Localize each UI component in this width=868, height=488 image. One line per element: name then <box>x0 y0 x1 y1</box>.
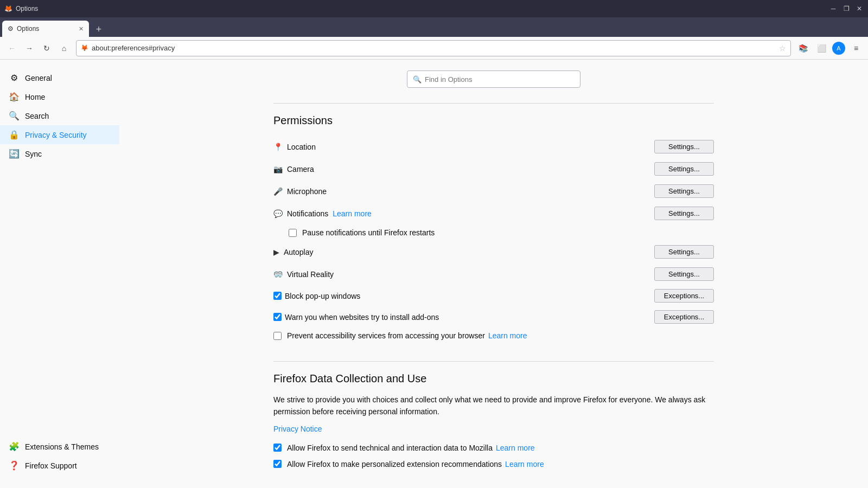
privacy-icon: 🔒 <box>9 130 20 140</box>
window-controls[interactable]: ─ ❐ ✕ <box>829 4 864 13</box>
toolbar-right: 📚 ⬜ A ≡ <box>795 41 864 56</box>
notifications-text: Notifications <box>287 209 328 218</box>
back-button[interactable]: ← <box>4 41 20 56</box>
pause-notifications-checkbox[interactable] <box>289 229 297 237</box>
sidebar-bottom-nav: 🧩 Extensions & Themes ❓ Firefox Support <box>0 437 119 479</box>
warn-addons-row: Warn you when websites try to install ad… <box>273 306 714 328</box>
warn-addons-inner: Warn you when websites try to install ad… <box>273 310 714 324</box>
sidebar: ⚙ General 🏠 Home 🔍 Search 🔒 Privacy & Se… <box>0 60 119 488</box>
notifications-icon: 💬 <box>273 209 283 218</box>
support-icon: ❓ <box>9 460 20 471</box>
privacy-notice-link[interactable]: Privacy Notice <box>273 425 714 433</box>
microphone-icon: 🎤 <box>273 187 283 196</box>
page-icon: 🦊 <box>81 44 88 52</box>
sidebar-item-home[interactable]: 🏠 Home <box>0 87 119 106</box>
sidebar-item-extensions[interactable]: 🧩 Extensions & Themes <box>0 437 119 456</box>
content-inner: Permissions 📍 Location Settings... 📷 Cam… <box>260 103 727 472</box>
general-icon: ⚙ <box>9 73 20 83</box>
extension-recommendations-label: Allow Firefox to make personalized exten… <box>287 460 714 468</box>
block-popups-exceptions-button[interactable]: Exceptions... <box>654 289 714 303</box>
address-bar[interactable] <box>92 44 776 52</box>
find-in-options-input[interactable] <box>425 75 575 84</box>
sidebar-item-sync-label: Sync <box>25 150 42 158</box>
notifications-row: 💬 Notifications Learn more Settings... <box>273 202 714 224</box>
address-bar-wrap[interactable]: 🦊 ☆ <box>76 40 791 56</box>
accessibility-label-text: Prevent accessibility services from acce… <box>287 331 485 340</box>
block-popups-inner: Block pop-up windows Exceptions... <box>273 289 714 303</box>
permissions-title: Permissions <box>273 114 714 127</box>
sidebar-item-search[interactable]: 🔍 Search <box>0 106 119 125</box>
title-bar-text: Options <box>12 5 829 12</box>
tab-close-button[interactable]: ✕ <box>79 25 84 33</box>
sidebar-item-privacy[interactable]: 🔒 Privacy & Security <box>0 125 119 144</box>
extension-recommendations-learn-more-link[interactable]: Learn more <box>505 460 544 468</box>
minimize-button[interactable]: ─ <box>829 4 838 13</box>
nav-bar: ← → ↻ ⌂ 🦊 ☆ 📚 ⬜ A ≡ <box>0 37 868 60</box>
sidebar-item-sync[interactable]: 🔄 Sync <box>0 144 119 163</box>
find-search-icon: 🔍 <box>413 75 422 84</box>
block-popups-checkbox[interactable] <box>273 292 282 300</box>
location-icon: 📍 <box>273 143 283 151</box>
tab-bar: ⚙ Options ✕ + <box>0 17 868 37</box>
pause-notifications-row: Pause notifications until Firefox restar… <box>273 224 714 241</box>
restore-button[interactable]: ❐ <box>842 4 851 13</box>
extensions-icon: 🧩 <box>9 441 20 452</box>
active-tab[interactable]: ⚙ Options ✕ <box>2 21 89 37</box>
new-tab-button[interactable]: + <box>91 22 106 37</box>
data-collection-section: Firefox Data Collection and Use We striv… <box>273 361 714 472</box>
camera-settings-button[interactable]: Settings... <box>654 162 714 176</box>
microphone-text: Microphone <box>287 187 327 196</box>
tab-firefox-icon: ⚙ <box>8 25 14 33</box>
accessibility-learn-more-link[interactable]: Learn more <box>488 331 527 340</box>
find-in-options-bar[interactable]: 🔍 <box>407 70 580 88</box>
microphone-row: 🎤 Microphone Settings... <box>273 180 714 202</box>
microphone-settings-button[interactable]: Settings... <box>654 184 714 198</box>
sidebar-item-privacy-label: Privacy & Security <box>25 131 87 139</box>
location-settings-button[interactable]: Settings... <box>654 140 714 153</box>
pause-notifications-label: Pause notifications until Firefox restar… <box>302 228 714 237</box>
sidebar-item-support-label: Firefox Support <box>25 461 77 470</box>
accessibility-checkbox[interactable] <box>273 332 282 340</box>
vr-label: 🥽 Virtual Reality <box>273 270 654 279</box>
tabs-button[interactable]: ⬜ <box>814 41 829 56</box>
autoplay-label: ▶ Autoplay <box>273 248 654 256</box>
warn-addons-exceptions-button[interactable]: Exceptions... <box>654 310 714 324</box>
sidebar-item-general-label: General <box>25 74 52 82</box>
camera-text: Camera <box>287 165 314 174</box>
sidebar-item-support[interactable]: ❓ Firefox Support <box>0 456 119 475</box>
menu-button[interactable]: ≡ <box>848 41 864 56</box>
page-layout: ⚙ General 🏠 Home 🔍 Search 🔒 Privacy & Se… <box>0 60 868 488</box>
sidebar-main-nav: ⚙ General 🏠 Home 🔍 Search 🔒 Privacy & Se… <box>0 68 119 437</box>
autoplay-settings-button[interactable]: Settings... <box>654 245 714 259</box>
vr-settings-button[interactable]: Settings... <box>654 267 714 281</box>
microphone-label: 🎤 Microphone <box>273 187 654 196</box>
camera-row: 📷 Camera Settings... <box>273 158 714 180</box>
location-row: 📍 Location Settings... <box>273 136 714 158</box>
technical-data-checkbox[interactable] <box>273 444 282 452</box>
sidebar-item-general[interactable]: ⚙ General <box>0 68 119 87</box>
technical-data-learn-more-link[interactable]: Learn more <box>496 444 535 452</box>
warn-addons-checkbox[interactable] <box>273 313 282 321</box>
vr-icon: 🥽 <box>273 270 283 279</box>
data-collection-description: We strive to provide you with choices an… <box>273 394 714 418</box>
search-nav-icon: 🔍 <box>9 111 20 121</box>
vr-text: Virtual Reality <box>287 270 334 279</box>
block-popups-row: Block pop-up windows Exceptions... <box>273 285 714 306</box>
permissions-section: Permissions 📍 Location Settings... 📷 Cam… <box>273 103 714 344</box>
bookmarks-button[interactable]: 📚 <box>795 41 810 56</box>
extension-recommendations-row: Allow Firefox to make personalized exten… <box>273 456 714 472</box>
close-button[interactable]: ✕ <box>855 4 864 13</box>
notifications-learn-more-link[interactable]: Learn more <box>333 209 372 218</box>
notifications-settings-button[interactable]: Settings... <box>654 207 714 220</box>
home-button[interactable]: ⌂ <box>56 41 72 56</box>
extension-recommendations-checkbox[interactable] <box>273 460 282 468</box>
sync-icon: 🔄 <box>9 149 20 159</box>
forward-button[interactable]: → <box>22 41 37 56</box>
notifications-label: 💬 Notifications Learn more <box>273 209 654 218</box>
tab-label: Options <box>17 25 39 33</box>
account-button[interactable]: A <box>832 42 845 55</box>
reload-button[interactable]: ↻ <box>39 41 54 56</box>
bookmark-star-icon[interactable]: ☆ <box>779 44 786 53</box>
find-in-options-wrap: 🔍 <box>119 60 868 101</box>
firefox-icon: 🦊 <box>4 5 12 12</box>
